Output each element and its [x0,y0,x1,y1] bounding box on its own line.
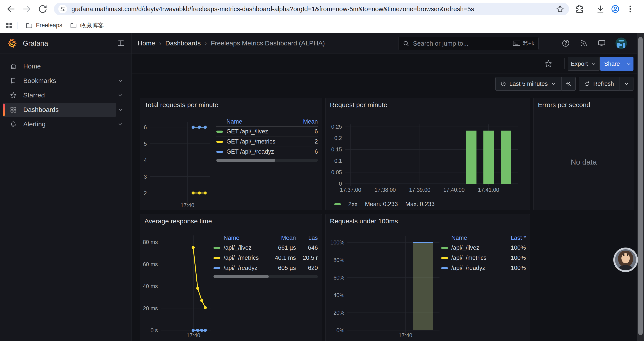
series-color-pill [214,257,220,259]
forward-icon[interactable] [22,4,32,14]
svg-text:0 s: 0 s [150,327,158,333]
legend-column-name[interactable]: Name [441,235,502,241]
share-caret-button[interactable] [624,57,634,71]
svg-text:4: 4 [144,157,147,163]
svg-text:17:40: 17:40 [398,332,412,338]
svg-text:17:39:00: 17:39:00 [409,187,430,193]
series-value: 620 [296,265,318,271]
back-icon[interactable] [6,4,16,14]
browser-menu-icon[interactable] [626,5,635,14]
screen: grafana.mathmast.com/d/deytv4rwavabkb/fr… [0,0,644,341]
legend-column-mean[interactable]: Mean [263,235,296,241]
search-input[interactable]: Search or jump to... ⌘+k [398,37,538,50]
bookmark-item-2[interactable]: 收藏博客 [70,22,104,30]
breadcrumb-item-1[interactable]: Home [138,40,155,47]
export-button[interactable]: Export [568,57,600,71]
legend-column-last[interactable]: Last * [502,235,526,241]
sidebar-item-dashboards[interactable]: Dashboards [0,103,131,117]
monitor-icon[interactable] [598,39,606,47]
series-color-pill [216,151,223,153]
refresh-interval-button[interactable] [620,77,634,91]
url-text[interactable]: grafana.mathmast.com/d/deytv4rwavabkb/fr… [72,6,556,13]
chart-request-per-minute[interactable]: 0.250.20.150.10.05017:37:0017:38:0017:39… [326,98,530,210]
svg-text:17:40: 17:40 [186,332,200,338]
series-value: 661 µs [263,244,296,251]
bookmark-star-icon[interactable] [556,5,565,14]
bookmark-item-1[interactable]: Freeleaps [26,22,62,29]
user-avatar[interactable] [616,38,627,49]
extensions-icon[interactable] [575,5,584,14]
zoom-out-button[interactable] [562,77,576,91]
sidebar-toggle-icon[interactable] [117,39,125,47]
breadcrumb-item-2[interactable]: Dashboards [165,40,201,47]
legend-row[interactable]: GET /api/_/metrics2 [216,137,318,147]
sidebar-item-home[interactable]: Home [0,59,131,73]
legend-row[interactable]: /api/_/metrics100% [441,253,526,263]
browser-actions [575,5,635,14]
panel-title[interactable]: Errors per second [538,101,590,109]
legend-row[interactable]: /api/_/metrics40.1 ms20.5 r [214,253,318,263]
legend-row[interactable]: GET /api/_/readyz6 [216,147,318,157]
favorite-star-icon[interactable] [544,59,553,68]
scrollbar-thumb[interactable] [638,37,643,335]
bookmark-label: 收藏博客 [80,22,104,30]
keyboard-icon [513,41,520,46]
series-color-pill [214,247,220,249]
legend-row[interactable]: /api/_/readyz100% [441,263,526,273]
time-range-button[interactable]: Last 5 minutes [496,77,562,91]
sidebar-item-bookmarks[interactable]: Bookmarks [0,74,131,88]
star-icon [10,92,17,99]
rss-icon[interactable] [580,39,588,47]
download-icon[interactable] [596,5,605,14]
legend-row[interactable]: /api/_/livez661 µs646 [214,243,318,253]
series-value: 40.1 ms [263,254,296,261]
legend-scrollbar-thumb[interactable] [214,275,269,278]
series-value: 646 [296,244,318,251]
legend-row[interactable]: /api/_/readyz605 µs620 [214,263,318,273]
grafana-logo-icon[interactable] [6,38,17,49]
help-icon[interactable] [562,39,570,47]
header-icons [562,38,627,49]
refresh-button[interactable]: Refresh [579,77,620,91]
site-info-icon[interactable] [58,5,67,14]
grafana-app: Grafana Home›Dashboards›Freeleaps Metric… [0,33,644,341]
legend-row[interactable]: GET /api/_/livez6 [216,127,318,137]
series-value: 100% [502,254,526,261]
legend-scrollbar-thumb[interactable] [216,159,275,162]
legend-column-name[interactable]: Name [216,118,292,125]
chevron-down-icon [626,61,632,67]
sidebar-item-alerting[interactable]: Alerting [0,117,131,131]
legend-scrollbar[interactable] [214,275,318,278]
svg-text:6: 6 [144,124,147,130]
series-color-pill [214,267,220,269]
svg-text:0.05: 0.05 [331,169,342,175]
grafana-header: Grafana Home›Dashboards›Freeleaps Metric… [0,33,637,54]
grafana-brand: Grafana [23,39,48,47]
legend-column-las[interactable]: Las [296,235,318,241]
bell-icon [10,121,17,128]
legend-column-name[interactable]: Name [214,235,263,241]
profile-icon[interactable] [611,5,620,14]
svg-text:5: 5 [144,141,147,147]
grafana-header-left: Grafana [0,33,132,54]
reload-icon[interactable] [38,4,47,14]
assistant-avatar[interactable] [613,247,638,272]
chevron-down-icon [117,92,124,98]
sidebar-item-label: Starred [23,92,45,99]
legend-column-mean[interactable]: Mean [292,118,318,125]
url-bar[interactable]: grafana.mathmast.com/d/deytv4rwavabkb/fr… [54,3,569,15]
chevron-down-icon [117,78,124,84]
panel-bottom-legend[interactable]: 2xxMean: 0.233Max: 0.233 [334,201,435,208]
apps-grid-icon[interactable] [5,21,13,30]
legend-scrollbar[interactable] [216,159,318,162]
page-scrollbar[interactable] [637,33,644,341]
chevron-down-icon [551,81,556,87]
time-range-group: Last 5 minutes [496,77,576,91]
svg-text:60 ms: 60 ms [143,261,158,267]
series-color-pill [441,267,448,269]
share-button[interactable]: Share [600,57,624,71]
sidebar-item-starred[interactable]: Starred [0,88,131,102]
sidebar: HomeBookmarksStarredDashboardsAlerting [0,54,132,341]
legend-row[interactable]: /api/_/livez100% [441,243,526,253]
series-value: 605 µs [263,265,296,271]
